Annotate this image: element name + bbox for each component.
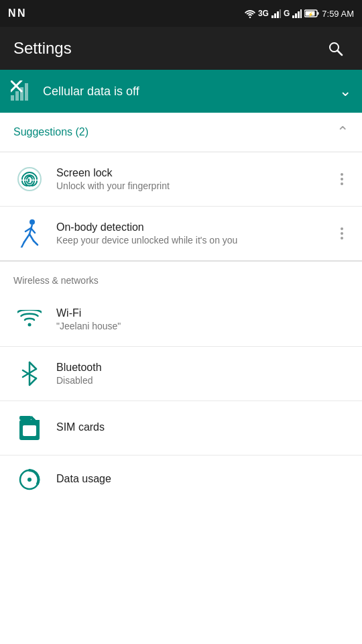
on-body-detection-title: On-body detection [56,221,335,233]
svg-line-27 [21,242,24,248]
svg-line-28 [29,234,34,241]
bluetooth-svg [20,361,39,386]
data-usage-title: Data usage [56,473,349,485]
svg-line-34 [29,378,36,385]
page-title: Settings [13,39,72,58]
svg-point-42 [27,478,32,482]
svg-point-22 [29,219,35,225]
svg-rect-4 [280,9,281,18]
fingerprint-icon [13,163,46,195]
walking-person-icon [13,217,46,250]
screen-lock-subtitle: Unlock with your fingerprint [56,180,335,191]
sim-cards-title: SIM cards [56,421,349,433]
cellular-status-text: Cellular data is off [43,85,139,99]
bluetooth-item[interactable]: Bluetooth Disabled [0,347,362,401]
svg-rect-2 [274,13,276,18]
wifi-icon [13,303,46,335]
status-bar-right: 3G G ⚡ 7:59 AM [245,9,354,19]
svg-rect-40 [23,425,36,436]
on-body-detection-text: On-body detection Keep your device unloc… [56,221,335,246]
svg-line-25 [31,228,35,233]
svg-rect-3 [277,11,279,18]
g-icon: G [284,9,290,18]
svg-line-14 [338,51,343,56]
wifi-status-icon [245,9,255,18]
svg-line-26 [24,234,29,242]
time: 7:59 AM [322,9,354,19]
wireless-networks-label: Wireless & networks [13,275,99,286]
suggestions-collapse-icon: ⌃ [337,123,349,141]
sim-cards-item[interactable]: SIM cards [0,401,362,455]
svg-point-30 [28,323,32,327]
sim-svg [19,416,40,440]
bluetooth-title: Bluetooth [56,362,349,374]
screen-lock-more-button[interactable] [335,168,349,191]
cellular-banner-left: Cellular data is off [11,80,139,102]
data-usage-item[interactable]: Data usage [0,455,362,504]
svg-line-29 [34,241,38,245]
data-usage-svg [19,469,40,490]
sim-card-icon [13,412,46,444]
svg-rect-1 [272,15,274,18]
svg-rect-7 [298,11,300,18]
on-body-detection-subtitle: Keep your device unlocked while it's on … [56,235,335,246]
svg-rect-8 [300,9,302,18]
network-type: 3G [258,9,269,18]
svg-rect-16 [15,91,19,101]
svg-rect-5 [292,15,294,18]
wifi-text: Wi-Fi "Jeelani house" [56,307,349,331]
svg-rect-6 [295,13,297,18]
svg-line-32 [29,362,36,369]
screen-lock-text: Screen lock Unlock with your fingerprint [56,167,335,191]
screen-lock-title: Screen lock [56,167,335,179]
bluetooth-text: Bluetooth Disabled [56,362,349,386]
on-body-detection-item[interactable]: On-body detection Keep your device unloc… [0,207,362,262]
fingerprint-svg [17,167,42,191]
wifi-subtitle: "Jeelani house" [56,321,349,331]
status-bar: N N 3G G ⚡ [0,0,362,27]
no-signal-icon [11,80,32,102]
svg-rect-38 [19,416,32,420]
signal-icon [272,9,281,18]
on-body-detection-more-button[interactable] [335,222,349,245]
signal-icon2 [292,9,302,18]
svg-rect-18 [25,83,28,101]
battery-icon: ⚡ [304,9,319,18]
bluetooth-subtitle: Disabled [56,375,349,386]
svg-rect-15 [11,95,14,101]
cellular-banner[interactable]: Cellular data is off ⌄ [0,70,362,113]
svg-point-0 [249,16,251,17]
svg-text:⚡: ⚡ [308,11,314,17]
status-bar-left: N N [8,7,25,19]
svg-rect-10 [318,12,319,15]
wifi-title: Wi-Fi [56,307,349,319]
notification-icons: N N [8,7,25,19]
search-button[interactable] [322,35,349,62]
search-icon [327,40,343,56]
sim-cards-text: SIM cards [56,421,349,435]
data-usage-icon [13,464,46,496]
wifi-svg [17,310,42,329]
suggestions-title: Suggestions (2) [13,126,88,138]
walking-svg [20,219,39,248]
wireless-networks-section-header: Wireless & networks [0,262,362,292]
screen-lock-item[interactable]: Screen lock Unlock with your fingerprint [0,152,362,207]
wifi-item[interactable]: Wi-Fi "Jeelani house" [0,292,362,347]
cellular-expand-icon: ⌄ [339,83,351,100]
app-bar: Settings [0,27,362,70]
bluetooth-icon [13,358,46,390]
suggestions-section-header[interactable]: Suggestions (2) ⌃ [0,113,362,152]
data-usage-text: Data usage [56,473,349,486]
